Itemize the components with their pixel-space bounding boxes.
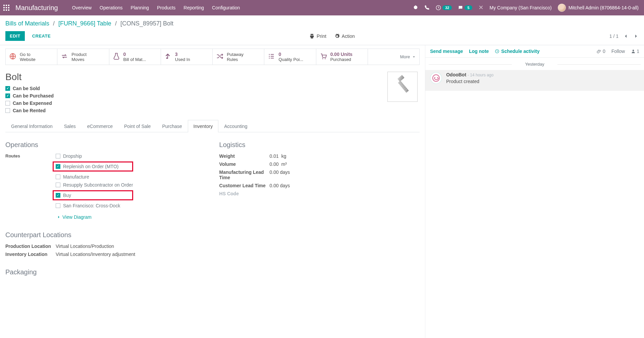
checkbox-icon xyxy=(56,175,60,179)
checkbox-icon xyxy=(56,203,60,208)
route-manufacture: Manufacture xyxy=(56,174,133,180)
user-menu[interactable]: Mitchell Admin (8706864-14-0-all) xyxy=(558,4,639,12)
tab-inventory[interactable]: Inventory xyxy=(188,120,219,132)
avatar xyxy=(558,4,566,12)
flag-can-be-expensed: Can be Expensed xyxy=(5,100,54,106)
breadcrumb-root[interactable]: Bills of Materials xyxy=(5,20,49,27)
clock-icon xyxy=(495,49,499,54)
bot-avatar xyxy=(430,72,442,84)
followers-count[interactable]: 1 xyxy=(631,49,639,54)
messages-badge[interactable]: 5 xyxy=(458,5,472,10)
flag-can-be-rented: Can be Rented xyxy=(5,108,54,113)
tab-accounting[interactable]: Accounting xyxy=(218,120,253,132)
breadcrumb-mid[interactable]: [FURN_9666] Table xyxy=(58,20,111,27)
svg-rect-8 xyxy=(8,9,9,11)
print-button[interactable]: Print xyxy=(309,33,326,39)
logistics-title: Logistics xyxy=(219,141,420,149)
menu-configuration[interactable]: Configuration xyxy=(212,5,240,10)
checkbox-icon xyxy=(56,154,60,158)
schedule-activity-button[interactable]: Schedule activity xyxy=(495,49,539,54)
menu-operations[interactable]: Operations xyxy=(100,5,122,10)
action-button[interactable]: Action xyxy=(334,33,355,39)
svg-rect-3 xyxy=(3,7,5,8)
svg-rect-14 xyxy=(398,81,409,93)
flag-can-be-purchased: Can be Purchased xyxy=(5,93,54,98)
close-tray-icon[interactable] xyxy=(478,5,484,11)
stat-putaway[interactable]: PutawayRules xyxy=(213,49,264,65)
checkbox-icon xyxy=(5,101,10,106)
stat-purchased[interactable]: 0.00 UnitsPurchased xyxy=(316,49,368,65)
debug-icon[interactable] xyxy=(413,5,418,11)
logistics-section: Logistics Weight0.01 kg Volume0.00 m³ Ma… xyxy=(219,141,420,281)
chat-day-separator: Yesterday xyxy=(425,62,644,67)
route-dropship: Dropship xyxy=(56,153,133,159)
apps-icon[interactable] xyxy=(3,5,11,11)
checkbox-icon xyxy=(56,193,60,198)
route-buy: Buy xyxy=(53,190,133,200)
route-resupply: Resupply Subcontractor on Order xyxy=(56,182,133,188)
checkbox-icon xyxy=(5,108,10,113)
chatter: Send message Log note Schedule activity … xyxy=(425,45,644,338)
operations-title: Operations xyxy=(5,141,206,149)
follow-button[interactable]: Follow xyxy=(611,49,625,54)
inv-loc-value[interactable]: Virtual Locations/Inventory adjustment xyxy=(56,252,135,257)
product-image xyxy=(387,72,418,102)
paperclip-icon xyxy=(597,49,601,54)
svg-rect-7 xyxy=(6,9,7,11)
message-author: OdooBot xyxy=(446,72,466,77)
activities-count: 32 xyxy=(442,5,452,10)
menu-products[interactable]: Products xyxy=(157,5,175,10)
message-time: - 14 hours ago xyxy=(468,73,493,77)
tab-pos[interactable]: Point of Sale xyxy=(118,120,156,132)
phone-icon[interactable] xyxy=(424,5,430,11)
activities-badge[interactable]: 32 xyxy=(436,5,452,10)
stat-moves[interactable]: ProductMoves xyxy=(57,49,109,65)
breadcrumb-leaf: [CONS_89957] Bolt xyxy=(120,20,173,27)
log-note-button[interactable]: Log note xyxy=(469,49,489,54)
view-diagram-link[interactable]: View Diagram xyxy=(56,214,133,220)
top-navbar: Manufacturing Overview Operations Planni… xyxy=(0,0,644,15)
checkbox-icon xyxy=(5,86,10,91)
caret-down-icon xyxy=(412,55,416,59)
operations-section: Operations Routes Dropship Replenish on … xyxy=(5,141,206,281)
menu-overview[interactable]: Overview xyxy=(72,5,92,10)
checkbox-icon xyxy=(56,164,60,169)
attachments-button[interactable]: 0 xyxy=(597,49,605,54)
prod-loc-value[interactable]: Virtual Locations/Production xyxy=(56,244,114,249)
brand-title[interactable]: Manufacturing xyxy=(15,4,58,12)
stat-bom[interactable]: 0Bill of Mat... xyxy=(109,49,161,65)
stat-more[interactable]: More xyxy=(368,49,419,65)
tab-ecommerce[interactable]: eCommerce xyxy=(82,120,118,132)
svg-rect-2 xyxy=(8,5,9,6)
main-menu: Overview Operations Planning Products Re… xyxy=(72,5,240,10)
menu-planning[interactable]: Planning xyxy=(131,5,149,10)
tab-general[interactable]: General Information xyxy=(5,120,58,132)
pager-prev-icon[interactable] xyxy=(623,33,629,39)
inv-loc-label: Inventory Location xyxy=(5,252,56,257)
svg-rect-13 xyxy=(397,75,405,82)
shuffle-icon xyxy=(216,53,223,61)
tab-sales[interactable]: Sales xyxy=(58,120,82,132)
pager[interactable]: 1 / 1 xyxy=(609,33,619,39)
stat-buttons: Go toWebsite ProductMoves 0Bill of Mat..… xyxy=(5,49,420,65)
tab-purchase[interactable]: Purchase xyxy=(156,120,187,132)
stat-website[interactable]: Go toWebsite xyxy=(6,49,57,65)
svg-rect-1 xyxy=(6,5,7,6)
svg-point-16 xyxy=(633,50,634,51)
svg-point-12 xyxy=(325,58,326,59)
form-view: Go toWebsite ProductMoves 0Bill of Mat..… xyxy=(0,45,425,338)
stat-usedin[interactable]: 3Used In xyxy=(161,49,213,65)
cart-icon xyxy=(320,53,327,61)
checkbox-icon xyxy=(56,183,60,187)
edit-button[interactable]: EDIT xyxy=(5,31,25,41)
counterpart-title: Counterpart Locations xyxy=(5,231,206,239)
menu-reporting[interactable]: Reporting xyxy=(183,5,204,10)
arrow-right-icon xyxy=(56,215,60,219)
pager-next-icon[interactable] xyxy=(633,33,639,39)
svg-rect-4 xyxy=(6,7,7,8)
company-switcher[interactable]: My Company (San Francisco) xyxy=(490,5,552,10)
create-button[interactable]: CREATE xyxy=(28,31,55,41)
stat-quality[interactable]: 0Quality Poi... xyxy=(264,49,316,65)
globe-icon xyxy=(9,53,16,61)
send-message-button[interactable]: Send message xyxy=(430,49,463,54)
